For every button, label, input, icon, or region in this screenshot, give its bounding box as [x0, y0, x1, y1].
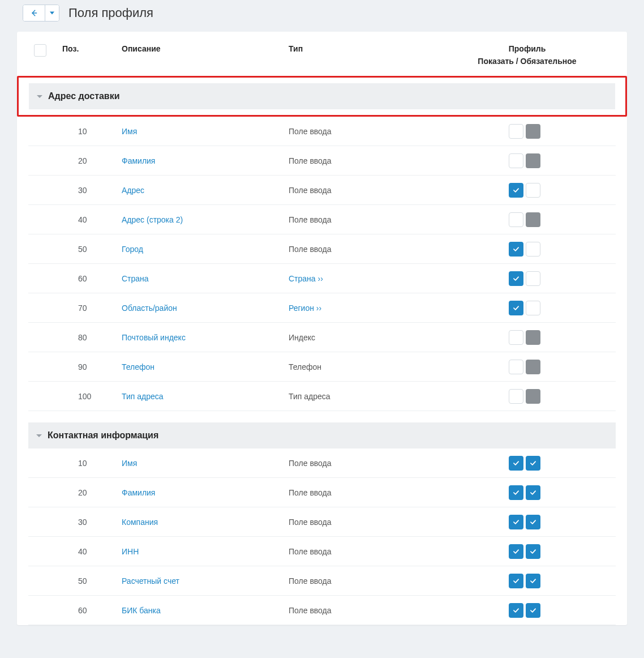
- toggle-required[interactable]: [526, 360, 540, 374]
- table-row: 80Почтовый индексИндекс: [28, 323, 616, 352]
- arrow-left-icon: [30, 9, 38, 17]
- toggle-required[interactable]: [526, 330, 540, 345]
- page-title: Поля профиля: [68, 6, 153, 20]
- toggle-required[interactable]: [526, 124, 540, 139]
- row-desc-link[interactable]: Адрес (строка 2): [122, 215, 183, 224]
- table-row: 50Расчетный счетПоле ввода: [28, 566, 616, 596]
- section-header-contact[interactable]: Контактная информация: [28, 422, 616, 448]
- row-desc-link[interactable]: ИНН: [122, 547, 139, 556]
- row-desc-link[interactable]: Компания: [122, 518, 158, 527]
- type-text: Телефон: [289, 362, 321, 371]
- table-row: 100Тип адресаТип адреса: [28, 382, 616, 411]
- row-pos: 60: [62, 606, 122, 615]
- toggle-show[interactable]: [509, 485, 523, 500]
- row-desc-link[interactable]: Имя: [122, 127, 137, 136]
- type-text: Поле ввода: [289, 606, 332, 615]
- table-row: 20ФамилияПоле ввода: [28, 146, 616, 176]
- row-pos: 50: [62, 245, 122, 254]
- highlighted-section: Адрес доставки: [17, 76, 627, 117]
- toggle-required[interactable]: [526, 485, 540, 500]
- toggle-show[interactable]: [509, 360, 523, 374]
- toggle-required[interactable]: [526, 242, 540, 257]
- table-row: 20ФамилияПоле ввода: [28, 478, 616, 507]
- row-pos: 10: [62, 127, 122, 136]
- toggle-show[interactable]: [509, 574, 523, 588]
- column-header-desc: Описание: [122, 44, 289, 53]
- page-header: Поля профиля: [17, 0, 627, 32]
- type-text: Поле ввода: [289, 245, 332, 254]
- type-text: Поле ввода: [289, 127, 332, 136]
- toggle-show[interactable]: [509, 389, 523, 404]
- back-button-group: [23, 5, 59, 22]
- row-desc-link[interactable]: Фамилия: [122, 488, 155, 497]
- type-link[interactable]: Страна ››: [289, 274, 323, 283]
- table-row: 50ГородПоле ввода: [28, 234, 616, 264]
- caret-down-icon: [50, 11, 54, 15]
- row-pos: 10: [62, 459, 122, 468]
- row-pos: 30: [62, 518, 122, 527]
- column-header-profile-sub: Показать / Обязательное: [439, 57, 616, 66]
- row-pos: 40: [62, 215, 122, 224]
- toggle-show[interactable]: [509, 301, 523, 315]
- table-row: 10ИмяПоле ввода: [28, 117, 616, 146]
- row-pos: 70: [62, 304, 122, 313]
- toggle-show[interactable]: [509, 515, 523, 529]
- toggle-required[interactable]: [526, 183, 540, 198]
- toggle-required[interactable]: [526, 603, 540, 618]
- row-pos: 20: [62, 156, 122, 165]
- table-row: 90ТелефонТелефон: [28, 352, 616, 382]
- row-pos: 50: [62, 576, 122, 586]
- back-dropdown-button[interactable]: [45, 5, 59, 21]
- type-text: Индекс: [289, 333, 315, 342]
- table-row: 60СтранаСтрана ››: [28, 264, 616, 293]
- row-desc-link[interactable]: Расчетный счет: [122, 576, 179, 586]
- type-link[interactable]: Регион ››: [289, 304, 321, 313]
- row-desc-link[interactable]: Адрес: [122, 186, 144, 195]
- toggle-required[interactable]: [526, 544, 540, 559]
- toggle-required[interactable]: [526, 212, 540, 227]
- row-desc-link[interactable]: Тип адреса: [122, 392, 164, 401]
- row-desc-link[interactable]: БИК банка: [122, 606, 161, 615]
- toggle-show[interactable]: [509, 212, 523, 227]
- type-text: Поле ввода: [289, 156, 332, 165]
- type-text: Поле ввода: [289, 547, 332, 556]
- toggle-required[interactable]: [526, 389, 540, 404]
- row-desc-link[interactable]: Город: [122, 245, 143, 254]
- toggle-required[interactable]: [526, 574, 540, 588]
- caret-down-icon: [36, 434, 42, 437]
- column-header-profile-label: Профиль: [439, 44, 616, 53]
- toggle-show[interactable]: [509, 271, 523, 286]
- row-pos: 80: [62, 333, 122, 342]
- select-all-checkbox[interactable]: [34, 44, 46, 57]
- toggle-required[interactable]: [526, 515, 540, 529]
- type-text: Тип адреса: [289, 392, 330, 401]
- toggle-show[interactable]: [509, 544, 523, 559]
- toggle-required[interactable]: [526, 301, 540, 315]
- toggle-required[interactable]: [526, 456, 540, 471]
- row-pos: 100: [62, 392, 122, 401]
- toggle-required[interactable]: [526, 153, 540, 168]
- table-row: 60БИК банкаПоле ввода: [28, 596, 616, 625]
- row-desc-link[interactable]: Страна: [122, 274, 149, 283]
- row-desc-link[interactable]: Телефон: [122, 362, 154, 371]
- toggle-show[interactable]: [509, 603, 523, 618]
- toggle-show[interactable]: [509, 124, 523, 139]
- type-text: Поле ввода: [289, 459, 332, 468]
- back-button[interactable]: [23, 5, 45, 21]
- main-panel: Поз. Описание Тип Профиль Показать / Обя…: [17, 32, 627, 625]
- row-desc-link[interactable]: Фамилия: [122, 156, 155, 165]
- toggle-show[interactable]: [509, 456, 523, 471]
- toggle-show[interactable]: [509, 153, 523, 168]
- type-text: Поле ввода: [289, 488, 332, 497]
- toggle-show[interactable]: [509, 330, 523, 345]
- row-pos: 30: [62, 186, 122, 195]
- column-header-profile: Профиль Показать / Обязательное: [439, 44, 616, 66]
- row-desc-link[interactable]: Область/район: [122, 304, 177, 313]
- toggle-show[interactable]: [509, 242, 523, 257]
- row-desc-link[interactable]: Имя: [122, 459, 137, 468]
- section-title: Контактная информация: [48, 430, 158, 441]
- row-desc-link[interactable]: Почтовый индекс: [122, 333, 186, 342]
- toggle-required[interactable]: [526, 271, 540, 286]
- section-header-delivery[interactable]: Адрес доставки: [29, 83, 615, 109]
- toggle-show[interactable]: [509, 183, 523, 198]
